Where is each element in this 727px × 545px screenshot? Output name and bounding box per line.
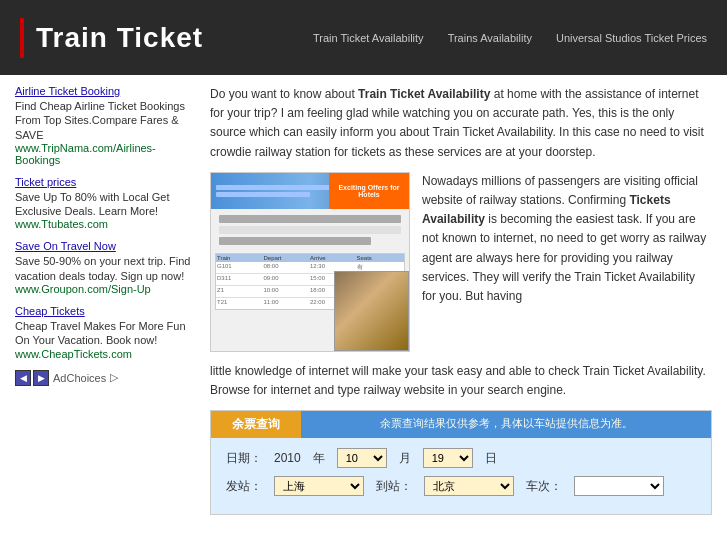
right-content: Do you want to know about Train Ticket A…: [210, 85, 712, 520]
ticket-form-header: 余票查询 余票查询结果仅供参考，具体以车站提供信息为准。: [211, 411, 711, 438]
ticket-form-section: 余票查询 余票查询结果仅供参考，具体以车站提供信息为准。 日期： 2010 年 …: [210, 410, 712, 515]
date-label: 日期：: [226, 450, 262, 467]
article-paragraph-1: Do you want to know about Train Ticket A…: [210, 85, 712, 162]
nav-universal-studios[interactable]: Universal Studios Ticket Prices: [556, 32, 707, 44]
ad-choices-label: AdChoices: [53, 372, 106, 384]
ad-nav-arrows: ◀ ▶: [15, 370, 49, 386]
year-unit: 年: [313, 450, 325, 467]
ad-4-url[interactable]: www.CheapTickets.com: [15, 348, 200, 360]
to-select[interactable]: 北京: [424, 476, 514, 496]
ad-2-url[interactable]: www.Ttubates.com: [15, 218, 200, 230]
td5: D311: [217, 275, 264, 284]
th3: Arrive: [310, 255, 357, 261]
ad-2: Ticket prices Save Up To 80% with Local …: [15, 176, 200, 231]
ad-4: Cheap Tickets Cheap Travel Makes For Mor…: [15, 305, 200, 360]
nav-trains-availability[interactable]: Trains Availability: [448, 32, 532, 44]
ad-3-url[interactable]: www.Groupon.com/Sign-Up: [15, 283, 200, 295]
para1-text: Do you want to know about: [210, 87, 358, 101]
header: Train Ticket Train Ticket Availability T…: [0, 0, 727, 75]
ad-1-title[interactable]: Airline Ticket Booking: [15, 85, 200, 97]
td2: 08:00: [264, 263, 311, 272]
header-nav: Train Ticket Availability Trains Availab…: [313, 32, 707, 44]
ad-3: Save On Travel Now Save 50-90% on your n…: [15, 240, 200, 295]
td14: 11:00: [264, 299, 311, 308]
td13: T21: [217, 299, 264, 308]
article-paragraph-2: little knowledge of internet will make y…: [210, 362, 712, 400]
td1: G101: [217, 263, 264, 272]
train-label: 车次：: [526, 478, 562, 495]
header-title-wrap: Train Ticket: [20, 18, 313, 58]
ticket-img: Exciting Offers for Hotels Train Depart …: [211, 173, 409, 351]
ad-prev-button[interactable]: ◀: [15, 370, 31, 386]
ad-choices-bar: ◀ ▶ AdChoices ▷: [15, 370, 200, 386]
train-select[interactable]: [574, 476, 664, 496]
ad-1-desc: Find Cheap Airline Ticket Bookings From …: [15, 99, 200, 142]
img-row-1: [219, 215, 401, 223]
ticket-form-title: 余票查询: [211, 411, 301, 438]
ad-4-title[interactable]: Cheap Tickets: [15, 305, 200, 317]
td10: 10:00: [264, 287, 311, 296]
middle-section: Exciting Offers for Hotels Train Depart …: [210, 172, 712, 352]
ticket-screenshot-image: Exciting Offers for Hotels Train Depart …: [210, 172, 410, 352]
main-content: Airline Ticket Booking Find Cheap Airlin…: [0, 75, 727, 530]
year-value: 2010: [274, 451, 301, 465]
day-unit: 日: [485, 450, 497, 467]
month-select[interactable]: 10: [337, 448, 387, 468]
para1-bold: Train Ticket Availability: [358, 87, 490, 101]
month-unit: 月: [399, 450, 411, 467]
sidebar-ads: Airline Ticket Booking Find Cheap Airlin…: [15, 85, 200, 520]
hotel-photo: [334, 271, 409, 351]
td9: Z1: [217, 287, 264, 296]
ticket-form-notice: 余票查询结果仅供参考，具体以车站提供信息为准。: [301, 411, 711, 438]
ad-2-desc: Save Up To 80% with Local Get Exclusive …: [15, 190, 200, 219]
exciting-offers-box: Exciting Offers for Hotels: [329, 173, 409, 209]
ad-1-url[interactable]: www.TripNama.com/Airlines-Bookings: [15, 142, 200, 166]
th4: Seats: [357, 255, 404, 261]
img-row-2: [219, 226, 401, 234]
to-label: 到站：: [376, 478, 412, 495]
ad-2-title[interactable]: Ticket prices: [15, 176, 200, 188]
th2: Depart: [264, 255, 311, 261]
table-header-row: Train Depart Arrive Seats: [216, 254, 404, 262]
day-select[interactable]: 19: [423, 448, 473, 468]
ad-choices-icon: ▷: [110, 371, 118, 384]
th1: Train: [217, 255, 264, 261]
td6: 09:00: [264, 275, 311, 284]
nav-train-ticket-availability[interactable]: Train Ticket Availability: [313, 32, 424, 44]
ad-1: Airline Ticket Booking Find Cheap Airlin…: [15, 85, 200, 166]
from-label: 发站：: [226, 478, 262, 495]
ad-3-title[interactable]: Save On Travel Now: [15, 240, 200, 252]
from-select[interactable]: 上海: [274, 476, 364, 496]
img-row-3: [219, 237, 371, 245]
station-row: 发站： 上海 到站： 北京 车次：: [226, 476, 696, 496]
ad-next-button[interactable]: ▶: [33, 370, 49, 386]
site-title: Train Ticket: [36, 22, 203, 54]
side-article-text: Nowadays millions of passengers are visi…: [422, 172, 712, 352]
ticket-form-body: 日期： 2010 年 10 月 19 日 发站： 上海: [211, 438, 711, 514]
header-red-bar: [20, 18, 24, 58]
ad-3-desc: Save 50-90% on your next trip. Find vaca…: [15, 254, 200, 283]
ticket-img-top-bar: Exciting Offers for Hotels: [211, 173, 409, 209]
ad-4-desc: Cheap Travel Makes For More Fun On Your …: [15, 319, 200, 348]
date-row: 日期： 2010 年 10 月 19 日: [226, 448, 696, 468]
